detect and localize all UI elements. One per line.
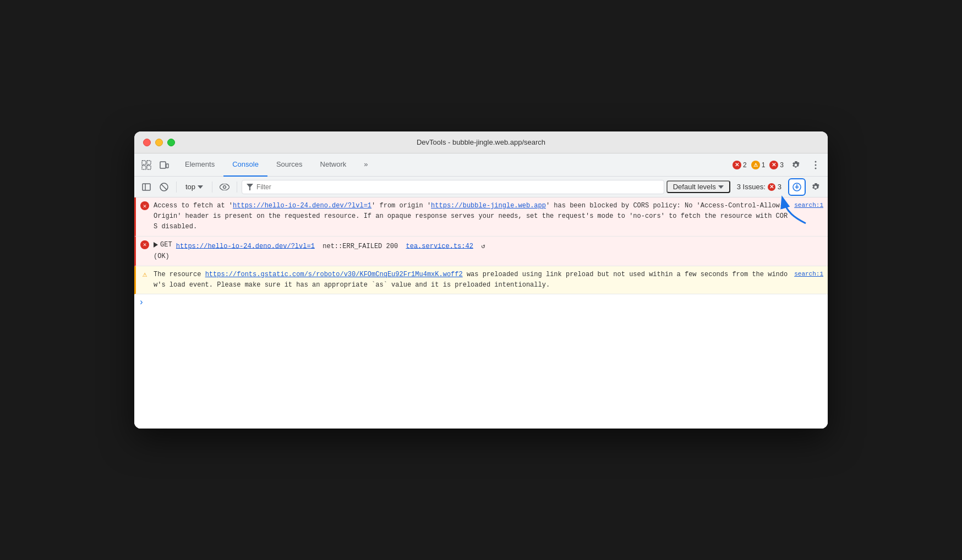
- status-ok: (OK): [154, 251, 823, 262]
- console-entry-cors-error: ✕ Access to fetch at 'https://hello-io-2…: [134, 197, 828, 237]
- tab-elements[interactable]: Elements: [176, 153, 223, 177]
- error-icon-circle-1: ✕: [140, 201, 149, 210]
- toolbar-separator-1: [176, 182, 177, 193]
- entry-row-1: Access to fetch at 'https://hello-io-24.…: [154, 201, 823, 233]
- warning-count: 1: [762, 161, 766, 169]
- settings-button[interactable]: [788, 157, 804, 173]
- repl-prompt-icon[interactable]: ›: [139, 298, 144, 308]
- traffic-lights: [143, 139, 175, 146]
- repl-row: ›: [134, 294, 828, 311]
- issues-error-icon: ✕: [768, 183, 775, 191]
- cors-error-url-link[interactable]: https://hello-io-24.deno.dev/?lvl=1: [233, 202, 371, 210]
- console-message-3: The resource https://fonts.gstatic.com/s…: [154, 270, 823, 290]
- cors-error-source[interactable]: search:1: [788, 201, 823, 211]
- svg-point-7: [815, 164, 817, 166]
- tab-bar-right: ✕ 2 ⚠ 1 ✕ 3: [733, 157, 823, 173]
- tab-sources[interactable]: Sources: [267, 153, 311, 177]
- get-error-url-link[interactable]: https://hello-io-24.deno.dev/?lvl=1: [176, 242, 315, 250]
- svg-rect-9: [143, 184, 150, 190]
- tab-network[interactable]: Network: [311, 153, 356, 177]
- console-content: ✕ Access to fetch at 'https://hello-io-2…: [134, 197, 828, 429]
- service-file-link[interactable]: tea.service.ts:42: [406, 242, 473, 250]
- ai-insights-area: [788, 178, 806, 196]
- sidebar-toggle-button[interactable]: [139, 179, 154, 195]
- console-message-1: Access to fetch at 'https://hello-io-24.…: [154, 201, 823, 233]
- svg-marker-14: [247, 184, 253, 190]
- warning-icon-1: ⚠: [140, 270, 149, 279]
- svg-rect-2: [142, 166, 146, 169]
- issues-tab-count: 3: [780, 161, 784, 169]
- title-bar: DevTools - bubble-jingle.web.app/search: [134, 131, 828, 153]
- svg-rect-5: [166, 164, 168, 168]
- get-method-badge: GET: [154, 240, 172, 250]
- inspect-element-button[interactable]: [139, 157, 154, 173]
- filter-input[interactable]: [256, 183, 659, 191]
- tab-bar-left-icons: [139, 157, 172, 173]
- svg-rect-4: [160, 162, 166, 168]
- svg-rect-0: [142, 161, 146, 164]
- console-toolbar: top Default levels: [134, 177, 828, 197]
- warning-triangle-icon: ⚠: [143, 270, 147, 279]
- error-icon-1: ✕: [140, 201, 149, 210]
- svg-line-12: [161, 184, 167, 190]
- svg-point-6: [815, 161, 817, 162]
- entry-row-3: The resource https://fonts.gstatic.com/s…: [154, 270, 823, 290]
- filter-icon: [247, 184, 253, 190]
- issues-badge-icon: ✕: [769, 161, 778, 169]
- cors-error-origin-link[interactable]: https://bubble-jingle.web.app: [431, 202, 546, 210]
- toolbar-separator-2: [212, 182, 212, 193]
- tab-more[interactable]: »: [355, 153, 376, 177]
- tabs: Elements Console Sources Network »: [176, 153, 733, 177]
- eye-button[interactable]: [217, 179, 232, 195]
- svg-point-16: [796, 184, 797, 185]
- svg-rect-1: [147, 161, 151, 164]
- expand-arrow[interactable]: [154, 242, 158, 248]
- devtools-window: DevTools - bubble-jingle.web.app/search: [134, 131, 828, 429]
- repl-input[interactable]: [149, 299, 823, 306]
- warning-badge-icon: ⚠: [751, 161, 760, 169]
- font-url-link[interactable]: https://fonts.gstatic.com/s/roboto/v30/K…: [205, 271, 463, 278]
- error-icon-2: ✕: [140, 240, 149, 249]
- devtools-body: Elements Console Sources Network » ✕: [134, 153, 828, 429]
- clear-console-button[interactable]: [156, 179, 172, 195]
- console-entry-get-error: ✕ GET https://hello-io-24.deno.dev/?lvl=…: [134, 237, 828, 266]
- tab-bar: Elements Console Sources Network » ✕: [134, 153, 828, 177]
- error-icon-circle-2: ✕: [140, 240, 149, 249]
- toolbar-separator-3: [237, 182, 237, 193]
- console-entry-font-warning: ⚠ The resource https://fonts.gstatic.com…: [134, 266, 828, 294]
- svg-point-13: [223, 185, 226, 188]
- console-settings-button[interactable]: [808, 179, 823, 195]
- svg-rect-3: [147, 166, 151, 169]
- maximize-button[interactable]: [167, 139, 175, 146]
- console-message-2: GET https://hello-io-24.deno.dev/?lvl=1 …: [154, 240, 823, 262]
- error-badge-icon: ✕: [733, 161, 741, 169]
- font-warning-source[interactable]: search:1: [788, 270, 823, 279]
- warning-badge: ⚠ 1: [751, 161, 766, 169]
- entry-row-2: GET https://hello-io-24.deno.dev/?lvl=1 …: [154, 240, 823, 252]
- ai-insights-button[interactable]: [788, 178, 806, 196]
- context-selector[interactable]: top: [181, 182, 207, 192]
- svg-point-8: [815, 167, 817, 169]
- more-options-button[interactable]: [808, 157, 823, 173]
- error-count: 2: [743, 161, 747, 169]
- tab-console[interactable]: Console: [223, 153, 267, 177]
- issues-tab-badge: ✕ 3: [769, 161, 784, 169]
- minimize-button[interactable]: [155, 139, 163, 146]
- filter-input-container: [242, 180, 664, 194]
- window-title: DevTools - bubble-jingle.web.app/search: [417, 138, 545, 146]
- error-badge: ✕ 2: [733, 161, 747, 169]
- issues-button[interactable]: 3 Issues: ✕ 3: [733, 182, 786, 192]
- refresh-indicator: ↺: [481, 242, 485, 250]
- close-button[interactable]: [143, 139, 151, 146]
- device-toggle-button[interactable]: [156, 157, 172, 173]
- levels-dropdown-button[interactable]: Default levels: [666, 180, 730, 193]
